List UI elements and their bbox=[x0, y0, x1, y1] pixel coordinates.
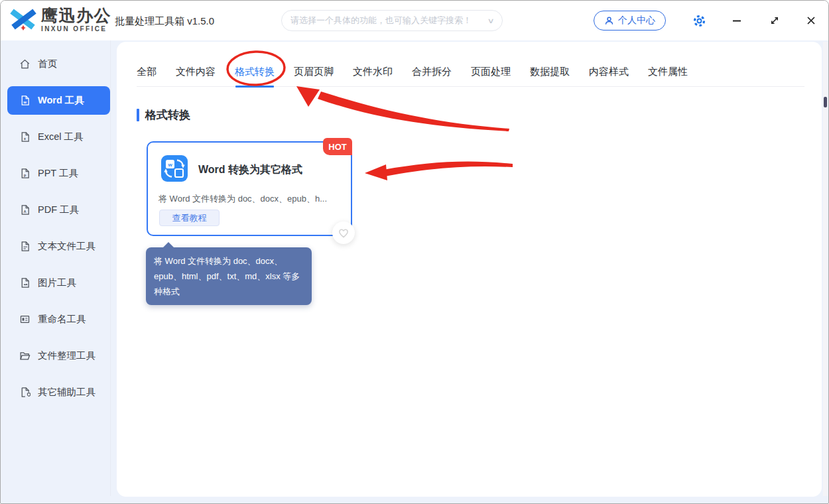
resize-button[interactable] bbox=[767, 13, 783, 29]
card-title: Word 转换为其它格式 bbox=[198, 163, 302, 177]
ppt-file-icon: p bbox=[19, 168, 31, 179]
gear-icon bbox=[692, 14, 706, 28]
svg-text:A: A bbox=[23, 210, 26, 214]
rename-icon bbox=[19, 314, 31, 325]
user-icon bbox=[604, 16, 614, 26]
svg-text:w: w bbox=[167, 162, 172, 168]
tab-merge-split[interactable]: 合并拆分 bbox=[412, 60, 452, 87]
sidebar-item-label: Excel 工具 bbox=[38, 131, 84, 143]
sidebar-item-word-tools[interactable]: w Word 工具 bbox=[1, 82, 110, 119]
home-icon bbox=[19, 58, 31, 70]
app-window: 鹰迅办公 INXUN OFFICE 批量处理工具箱 v1.5.0 请选择一个具体… bbox=[0, 0, 829, 504]
sidebar-item-file-organize-tools[interactable]: 文件整理工具 bbox=[1, 338, 110, 374]
sidebar-item-label: 首页 bbox=[38, 58, 57, 70]
excel-file-icon: x bbox=[19, 131, 31, 143]
tab-file-attribute[interactable]: 文件属性 bbox=[648, 60, 688, 87]
tab-watermark[interactable]: 文件水印 bbox=[353, 60, 393, 87]
section-header: 格式转换 bbox=[137, 107, 190, 123]
tab-header-footer[interactable]: 页眉页脚 bbox=[294, 60, 334, 87]
pdf-file-icon: A bbox=[19, 204, 31, 216]
tool-card-word-convert[interactable]: HOT w Word 转换为其它格式 将 Word 文件转换为 doc、docx… bbox=[147, 141, 352, 236]
resize-diagonal-icon bbox=[769, 15, 781, 27]
svg-text:w: w bbox=[23, 100, 27, 104]
user-center-button[interactable]: 个人中心 bbox=[594, 11, 666, 31]
logo-en-text: INXUN OFFICE bbox=[41, 26, 111, 32]
close-button[interactable] bbox=[803, 13, 819, 29]
sidebar: 首页 w Word 工具 x bbox=[1, 40, 111, 496]
minimize-button[interactable] bbox=[729, 13, 745, 29]
tab-page-process[interactable]: 页面处理 bbox=[471, 60, 511, 87]
user-center-label: 个人中心 bbox=[618, 15, 655, 27]
word-file-icon: w bbox=[19, 95, 31, 106]
sidebar-item-label: 文本文件工具 bbox=[38, 240, 96, 253]
image-file-icon bbox=[19, 277, 31, 288]
view-tutorial-button[interactable]: 查看教程 bbox=[159, 210, 220, 226]
sidebar-item-image-tools[interactable]: 图片工具 bbox=[1, 265, 110, 301]
sidebar-item-pdf-tools[interactable]: A PDF 工具 bbox=[1, 192, 110, 228]
tab-file-content[interactable]: 文件内容 bbox=[176, 60, 216, 87]
category-tabbar: 全部 文件内容 格式转换 页眉页脚 文件水印 合并拆分 页面处理 数据提取 内容… bbox=[137, 60, 804, 87]
settings-button[interactable] bbox=[691, 13, 707, 29]
tab-content-style[interactable]: 内容样式 bbox=[589, 60, 629, 87]
sidebar-item-label: 文件整理工具 bbox=[38, 349, 96, 362]
tab-data-extract[interactable]: 数据提取 bbox=[530, 60, 570, 87]
section-accent-bar bbox=[137, 109, 139, 121]
card-tooltip: 将 Word 文件转换为 doc、docx、epub、html、pdf、txt、… bbox=[146, 247, 312, 305]
sidebar-item-label: PDF 工具 bbox=[38, 204, 79, 216]
svg-text:p: p bbox=[24, 173, 27, 177]
logo-x-icon bbox=[9, 7, 37, 33]
sidebar-item-label: 图片工具 bbox=[38, 277, 76, 289]
favorite-button[interactable] bbox=[332, 221, 355, 244]
chevron-down-icon: ∨ bbox=[487, 17, 494, 25]
tooltip-text: 将 Word 文件转换为 doc、docx、epub、html、pdf、txt、… bbox=[154, 256, 300, 296]
svg-text:x: x bbox=[24, 137, 27, 141]
folder-icon bbox=[19, 350, 31, 361]
scrollbar-thumb[interactable] bbox=[824, 97, 827, 107]
logo-cn-text: 鹰迅办公 bbox=[41, 7, 111, 24]
word-convert-icon: w bbox=[161, 155, 188, 182]
header: 鹰迅办公 INXUN OFFICE 批量处理工具箱 v1.5.0 请选择一个具体… bbox=[1, 1, 828, 40]
search-placeholder: 请选择一个具体的功能，也可输入关键字搜索！ bbox=[290, 15, 488, 27]
assist-tools-icon bbox=[19, 387, 31, 398]
sidebar-item-label: Word 工具 bbox=[38, 94, 84, 107]
sidebar-item-label: PPT 工具 bbox=[38, 167, 78, 180]
heart-icon bbox=[337, 226, 350, 239]
tab-all[interactable]: 全部 bbox=[137, 60, 157, 87]
card-description: 将 Word 文件转换为 doc、docx、epub、h... bbox=[159, 193, 327, 205]
sidebar-item-label: 重命名工具 bbox=[38, 313, 86, 326]
sidebar-item-excel-tools[interactable]: x Excel 工具 bbox=[1, 119, 110, 155]
sidebar-item-other-assist-tools[interactable]: 其它辅助工具 bbox=[1, 374, 110, 410]
scrollbar-track[interactable] bbox=[823, 42, 828, 496]
section-title: 格式转换 bbox=[145, 107, 190, 123]
main-panel: 全部 文件内容 格式转换 页眉页脚 文件水印 合并拆分 页面处理 数据提取 内容… bbox=[117, 42, 822, 497]
hot-badge: HOT bbox=[323, 138, 352, 155]
app-logo: 鹰迅办公 INXUN OFFICE bbox=[9, 7, 111, 33]
tab-format-convert[interactable]: 格式转换 bbox=[235, 60, 275, 87]
search-input[interactable]: 请选择一个具体的功能，也可输入关键字搜索！ ∨ bbox=[281, 10, 503, 31]
close-icon bbox=[805, 15, 817, 27]
sidebar-item-text-file-tools[interactable]: 文本文件工具 bbox=[1, 228, 110, 265]
sidebar-item-label: 其它辅助工具 bbox=[38, 386, 96, 399]
sidebar-item-rename-tools[interactable]: 重命名工具 bbox=[1, 301, 110, 338]
sidebar-item-ppt-tools[interactable]: p PPT 工具 bbox=[1, 155, 110, 192]
minimize-icon bbox=[731, 15, 743, 27]
text-file-icon bbox=[19, 241, 31, 252]
sidebar-item-home[interactable]: 首页 bbox=[1, 46, 110, 82]
app-title: 批量处理工具箱 v1.5.0 bbox=[115, 15, 214, 28]
